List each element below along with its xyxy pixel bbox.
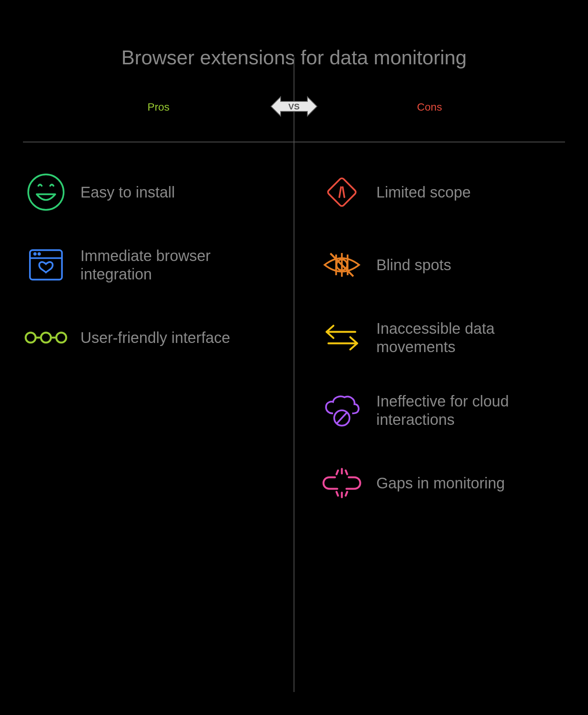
item-label: Blind spots: [376, 256, 451, 274]
svg-line-18: [336, 470, 338, 474]
list-item: Gaps in monitoring: [319, 460, 565, 506]
header-row: Pros VS Cons: [23, 84, 565, 130]
smile-icon: [23, 169, 69, 215]
cons-header: Cons: [294, 101, 565, 113]
item-label: Gaps in monitoring: [376, 474, 505, 492]
svg-point-0: [28, 175, 64, 210]
svg-point-4: [38, 253, 40, 255]
svg-rect-10: [327, 177, 357, 207]
svg-line-20: [346, 470, 347, 474]
item-label: Inaccessible data movements: [376, 319, 565, 356]
list-item: Immediate browser integration: [23, 242, 269, 288]
list-item: Blind spots: [319, 242, 565, 288]
browser-heart-icon: [23, 242, 69, 288]
item-label: Limited scope: [376, 183, 471, 201]
vs-badge: VS: [267, 89, 321, 125]
arrows-switch-icon: [319, 315, 365, 361]
glasses-icon: [23, 315, 69, 361]
item-label: Immediate browser integration: [80, 246, 269, 283]
cloud-block-icon: [319, 387, 365, 433]
svg-point-3: [34, 253, 36, 255]
svg-point-7: [56, 333, 66, 343]
list-item: Inaccessible data movements: [319, 315, 565, 361]
vs-text: VS: [288, 102, 299, 111]
svg-line-23: [346, 492, 347, 496]
svg-point-6: [41, 333, 51, 343]
list-item: Limited scope: [319, 169, 565, 215]
vertical-divider: [294, 57, 294, 692]
diamond-road-icon: [319, 169, 365, 215]
list-item: Ineffective for cloud interactions: [319, 387, 565, 433]
item-label: User-friendly interface: [80, 328, 230, 347]
eye-slash-icon: [319, 242, 365, 288]
item-label: Ineffective for cloud interactions: [376, 392, 565, 429]
pros-column: Easy to install Immediate browser integr…: [23, 169, 284, 693]
cons-column: Limited scope Blind spots: [284, 169, 565, 693]
broken-link-icon: [319, 460, 365, 506]
pros-header: Pros: [23, 101, 294, 113]
list-item: Easy to install: [23, 169, 269, 215]
content-area: Easy to install Immediate browser integr…: [23, 142, 565, 692]
svg-point-5: [26, 333, 36, 343]
svg-line-21: [336, 492, 338, 496]
svg-line-17: [337, 413, 347, 423]
item-label: Easy to install: [80, 183, 175, 201]
list-item: User-friendly interface: [23, 315, 269, 361]
